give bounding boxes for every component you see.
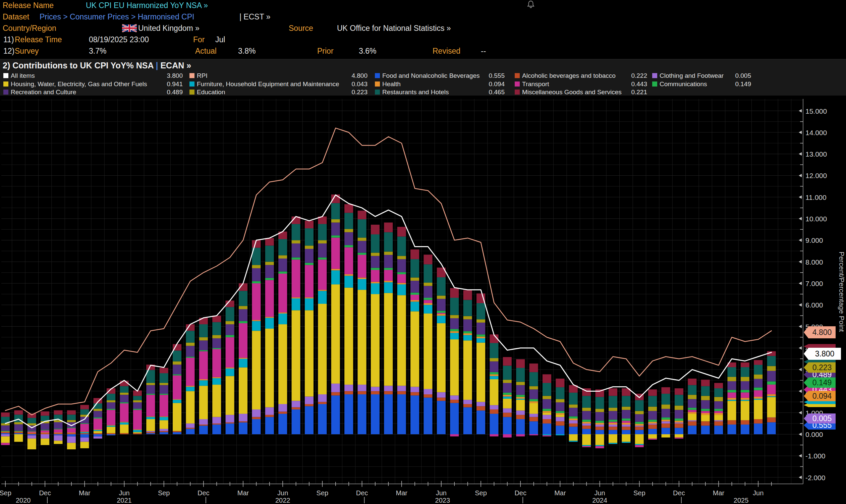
bar-segment: [28, 433, 36, 433]
bar-segment: [146, 419, 155, 431]
bar-segment: [67, 428, 76, 428]
bar-segment: [727, 377, 736, 381]
bar-segment: [556, 413, 564, 415]
bar-segment: [28, 432, 36, 433]
y-tick-label: 9.000: [806, 236, 823, 244]
bar-segment: [741, 362, 750, 367]
bar-segment: [754, 390, 762, 397]
bar-segment: [344, 274, 353, 276]
bar-segment: [476, 319, 485, 323]
bar-segment: [292, 299, 301, 310]
bar-segment: [239, 422, 248, 434]
bar-segment: [160, 383, 168, 385]
bar-segment: [133, 402, 142, 409]
bar-segment: [212, 424, 221, 425]
bar-segment: [278, 313, 287, 324]
bar-segment: [173, 432, 181, 434]
bar-segment: [344, 232, 353, 246]
bar-segment: [516, 434, 525, 436]
bar-segment: [199, 340, 208, 350]
bar-segment: [516, 411, 525, 415]
bar-segment: [542, 435, 551, 436]
bar-segment: [54, 433, 63, 434]
bar-segment: [714, 411, 723, 413]
bar-segment: [358, 278, 366, 279]
value-badge-label: 0.005: [812, 414, 832, 423]
bar-segment: [609, 425, 617, 427]
bar-segment: [437, 299, 446, 310]
bar-segment: [741, 381, 750, 390]
bar-segment: [397, 236, 406, 256]
bar-segment: [741, 390, 750, 393]
bar-segment: [609, 419, 617, 421]
bar-segment: [14, 431, 23, 432]
bar-segment: [410, 295, 419, 300]
bar-segment: [767, 394, 776, 396]
bar-segment: [292, 257, 301, 259]
bar-segment: [503, 413, 512, 417]
bar-segment: [516, 400, 525, 411]
bar-segment: [212, 385, 221, 417]
bar-segment: [529, 403, 538, 414]
bar-segment: [107, 426, 115, 427]
bar-segment: [503, 399, 512, 409]
bar-segment: [160, 394, 168, 395]
bar-segment: [226, 335, 234, 337]
bar-segment: [160, 373, 168, 383]
bar-segment: [741, 400, 750, 401]
bar-segment: [450, 318, 459, 329]
bar-segment: [476, 337, 485, 338]
x-quarter-label: Mar: [554, 489, 566, 497]
bar-segment: [688, 395, 697, 399]
bar-segment: [463, 333, 472, 335]
bar-segment: [503, 357, 512, 366]
bar-segment: [741, 398, 750, 400]
bar-segment: [80, 423, 89, 424]
bar-segment: [160, 368, 168, 373]
bar-segment: [371, 253, 380, 256]
bar-segment: [609, 388, 617, 396]
bar-segment: [67, 433, 76, 434]
bar-segment: [609, 422, 617, 423]
bar-segment: [239, 306, 248, 309]
bar-segment: [516, 385, 525, 395]
bar-segment: [662, 424, 670, 428]
bar-segment: [173, 403, 181, 431]
bar-segment: [186, 346, 195, 357]
bar-segment: [146, 431, 155, 432]
bar-segment: [542, 409, 551, 411]
bar-segment: [278, 411, 287, 413]
bar-segment: [239, 323, 248, 358]
bar-segment: [489, 358, 498, 361]
bar-segment: [450, 403, 459, 434]
bar-segment: [688, 420, 697, 421]
bar-segment: [476, 334, 485, 336]
bar-segment: [556, 415, 564, 417]
bar-segment: [476, 343, 485, 402]
bar-segment: [292, 410, 301, 434]
bar-segment: [384, 293, 393, 385]
bar-segment: [146, 394, 155, 395]
bar-segment: [476, 338, 485, 343]
bar-segment: [542, 415, 551, 419]
bar-segment: [662, 409, 670, 417]
bar-segment: [252, 283, 260, 320]
x-quarter-label: Mar: [237, 489, 249, 497]
bar-segment: [582, 446, 591, 447]
bar-segment: [173, 399, 181, 400]
bar-segment: [397, 227, 406, 236]
bar-segment: [609, 427, 617, 430]
bar-segment: [278, 312, 287, 313]
bar-segment: [635, 422, 644, 424]
bar-segment: [173, 364, 181, 374]
x-quarter-label: Dec: [39, 489, 51, 497]
bar-segment: [212, 322, 221, 335]
bar-segment: [767, 356, 776, 366]
bar-segment: [14, 422, 23, 424]
bar-segment: [318, 244, 327, 257]
bar-segment: [305, 298, 313, 299]
bar-segment: [767, 417, 776, 422]
bar-segment: [701, 400, 710, 409]
bar-segment: [450, 315, 459, 318]
bar-segment: [529, 414, 538, 417]
